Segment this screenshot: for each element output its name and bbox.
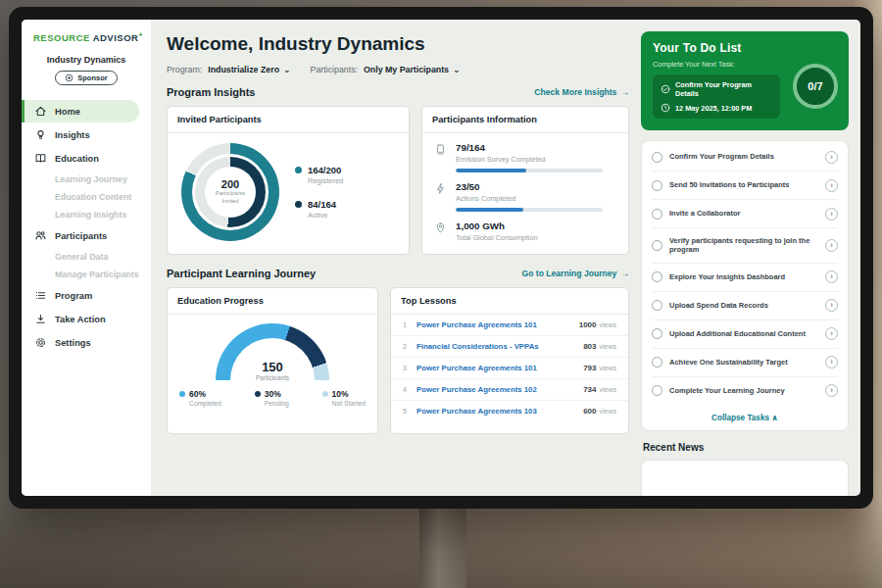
legend-value: 30%: [265, 389, 289, 399]
todo-item[interactable]: Invite a Collaborator ›: [652, 200, 838, 228]
todo-checkbox[interactable]: [652, 385, 662, 396]
sponsor-icon: [65, 74, 74, 82]
todo-checkbox[interactable]: [652, 180, 662, 191]
book-icon: [34, 152, 47, 165]
home-icon: [34, 105, 47, 118]
todo-expand-button[interactable]: ›: [825, 208, 838, 220]
sidebar-item-program[interactable]: Program: [22, 284, 151, 307]
sidebar-item-settings[interactable]: Settings: [22, 331, 151, 354]
todo-list-card: Confirm Your Program Details › Send 50 I…: [641, 140, 849, 431]
views-suffix: views: [599, 408, 616, 415]
todo-item[interactable]: Upload Spend Data Records ›: [652, 292, 838, 320]
lightning-icon: [434, 182, 447, 195]
collapse-tasks-link[interactable]: Collapse Tasks ∧: [652, 405, 838, 430]
legend-item: 30% Pending: [255, 389, 289, 407]
sidebar-subitem-label: General Data: [55, 252, 108, 262]
todo-checkbox[interactable]: [652, 357, 662, 368]
lesson-link[interactable]: Power Purchase Agreements 102: [416, 385, 575, 394]
sponsor-badge[interactable]: Sponsor: [55, 71, 117, 85]
info-label: Emission Survey Completed: [456, 155, 603, 164]
todo-item[interactable]: Explore Your Insights Dashboard ›: [652, 264, 838, 292]
chevron-right-icon: ›: [830, 357, 833, 367]
participants-select[interactable]: Only My Participants ⌄: [364, 65, 461, 74]
todo-checkbox[interactable]: [652, 271, 662, 282]
info-row: 79/164 Emission Survey Completed: [422, 133, 628, 172]
todo-expand-button[interactable]: ›: [825, 299, 838, 312]
app-logo: RESOURCE ADVISOR+: [22, 31, 151, 43]
invited-participants-card: Invited Participants 200 Participants In…: [167, 106, 410, 255]
desk-background: RESOURCE ADVISOR+ Industry Dynamics Spon…: [0, 0, 882, 588]
legend-label: Registered: [308, 176, 343, 185]
todo-expand-button[interactable]: ›: [825, 384, 838, 397]
next-task-time: 12 May 2025, 12:00 PM: [675, 104, 752, 113]
card-title: Top Lessons: [391, 288, 628, 315]
sidebar-subitem-label: Education Content: [55, 192, 131, 202]
participants-select-value: Only My Participants: [364, 65, 449, 74]
todo-item-label: Verify participants requesting to join t…: [669, 236, 818, 256]
sidebar: RESOURCE ADVISOR+ Industry Dynamics Spon…: [22, 20, 151, 496]
lesson-link[interactable]: Power Purchase Agreements 101: [416, 364, 575, 372]
todo-item-label: Complete Your Learning Journey: [669, 386, 818, 396]
sidebar-item-label: Insights: [55, 130, 90, 140]
donut-legend-dot: [295, 201, 302, 208]
todo-expand-button[interactable]: ›: [825, 151, 838, 164]
sidebar-item-take-action[interactable]: Take Action: [22, 308, 151, 330]
chevron-right-icon: ›: [830, 328, 833, 338]
lesson-link[interactable]: Power Purchase Agreements 103: [416, 407, 575, 416]
sidebar-item-label: Program: [55, 291, 92, 301]
todo-checkbox[interactable]: [652, 240, 662, 251]
sidebar-item-participants[interactable]: Participants: [22, 224, 151, 247]
todo-item[interactable]: Confirm Your Program Details ›: [652, 143, 838, 172]
sidebar-item-education-content[interactable]: Education Content: [22, 188, 151, 206]
gauge-legend-dot: [255, 391, 261, 397]
todo-item-label: Upload Additional Educational Content: [669, 329, 818, 339]
sidebar-item-manage-participants[interactable]: Manage Participants: [22, 266, 151, 283]
program-select-value: Industrialize Zero: [208, 65, 279, 74]
lesson-views: 734: [583, 385, 596, 394]
program-select[interactable]: Industrialize Zero ⌄: [208, 65, 290, 74]
todo-item[interactable]: Achieve One Sustainability Target ›: [652, 349, 838, 377]
lesson-link[interactable]: Financial Considerations - VPPAs: [416, 342, 575, 351]
check-more-insights-link[interactable]: Check More Insights →: [534, 87, 629, 97]
next-task-card[interactable]: Confirm Your Program Details 12 May 2025…: [653, 74, 780, 119]
todo-expand-button[interactable]: ›: [825, 239, 838, 252]
lesson-row: 5 Power Purchase Agreements 103 600views: [391, 401, 628, 421]
education-progress-card: Education Progress 150 Participants: [167, 287, 378, 434]
todo-expand-button[interactable]: ›: [825, 179, 838, 192]
gauge-legend-dot: [322, 391, 328, 397]
todo-checkbox[interactable]: [652, 152, 662, 163]
sidebar-subitem-label: Learning Insights: [55, 210, 126, 220]
todo-item[interactable]: Upload Additional Educational Content ›: [652, 320, 838, 349]
todo-checkbox[interactable]: [652, 328, 662, 339]
download-icon: [34, 313, 47, 325]
lesson-rank: 2: [403, 343, 409, 350]
lesson-views: 793: [583, 364, 596, 372]
info-progress-fill: [456, 169, 526, 172]
legend-item: 84/164 Active: [295, 199, 343, 220]
info-label: Actions Completed: [456, 194, 603, 203]
sidebar-item-learning-journey[interactable]: Learning Journey: [22, 171, 151, 188]
lesson-link[interactable]: Power Purchase Agreements 101: [416, 320, 571, 329]
org-name: Industry Dynamics: [22, 55, 151, 65]
lesson-views: 600: [583, 407, 596, 416]
lesson-views: 1000: [579, 320, 597, 329]
todo-item[interactable]: Verify participants requesting to join t…: [652, 228, 838, 264]
participants-information-card: Participants Information 79/164 Emission…: [421, 106, 629, 255]
todo-expand-button[interactable]: ›: [825, 356, 838, 368]
sidebar-item-learning-insights[interactable]: Learning Insights: [22, 206, 151, 223]
todo-item[interactable]: Complete Your Learning Journey ›: [652, 377, 838, 405]
legend-value: 10%: [332, 389, 366, 399]
todo-checkbox[interactable]: [652, 300, 662, 311]
sidebar-item-general-data[interactable]: General Data: [22, 248, 151, 266]
todo-checkbox[interactable]: [652, 209, 662, 220]
todo-item[interactable]: Send 50 Invitations to Participants ›: [652, 172, 838, 200]
go-to-learning-journey-link[interactable]: Go to Learning Journey →: [521, 269, 629, 278]
sidebar-item-education[interactable]: Education: [22, 147, 151, 170]
legend-item: 10% Not Started: [322, 389, 366, 407]
todo-expand-button[interactable]: ›: [825, 270, 838, 283]
collapse-label: Collapse Tasks: [711, 414, 769, 422]
todo-expand-button[interactable]: ›: [825, 327, 838, 340]
sidebar-item-home[interactable]: Home: [22, 100, 139, 122]
sidebar-item-insights[interactable]: Insights: [22, 123, 151, 146]
todo-item-label: Send 50 Invitations to Participants: [669, 180, 818, 190]
